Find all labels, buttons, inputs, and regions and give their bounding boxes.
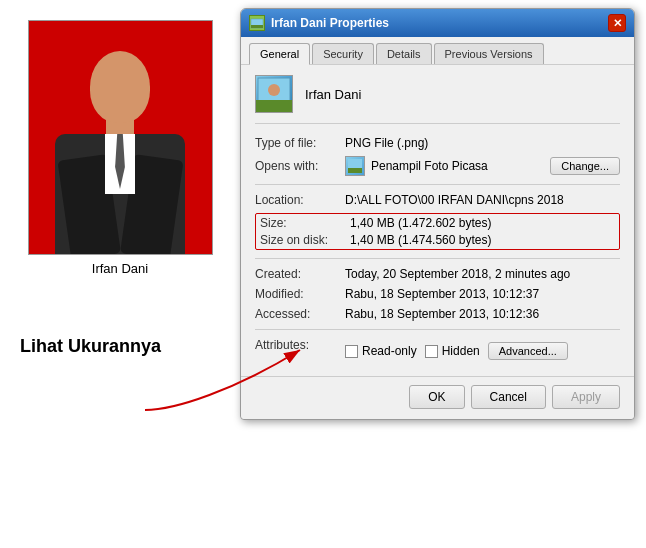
created-row: Created: Today, 20 September 2018, 2 min… — [255, 267, 620, 281]
hidden-label: Hidden — [442, 344, 480, 358]
created-value: Today, 20 September 2018, 2 minutes ago — [345, 267, 620, 281]
modified-row: Modified: Rabu, 18 September 2013, 10:12… — [255, 287, 620, 301]
tab-security[interactable]: Security — [312, 43, 374, 64]
separator-2 — [255, 258, 620, 259]
svg-rect-4 — [258, 100, 290, 110]
location-label: Location: — [255, 193, 345, 207]
person-head — [90, 51, 150, 123]
tab-general[interactable]: General — [249, 43, 310, 65]
svg-rect-7 — [348, 168, 362, 173]
advanced-button[interactable]: Advanced... — [488, 342, 568, 360]
tabs-row: General Security Details Previous Versio… — [241, 37, 634, 65]
dialog-title-icon — [249, 15, 265, 31]
ok-button[interactable]: OK — [409, 385, 464, 409]
type-row: Type of file: PNG File (.png) — [255, 136, 620, 150]
tab-previous-versions[interactable]: Previous Versions — [434, 43, 544, 64]
opens-value-area: Penampil Foto Picasa Change... — [345, 156, 620, 176]
file-header: Irfan Dani — [255, 75, 620, 124]
size-row: Size: 1,40 MB (1.472.602 bytes) — [256, 216, 619, 230]
attrs-controls: Read-only Hidden Advanced... — [345, 342, 568, 360]
separator-1 — [255, 184, 620, 185]
type-label: Type of file: — [255, 136, 345, 150]
photo-area: Irfan Dani Lihat Ukurannya — [10, 20, 230, 357]
tab-details[interactable]: Details — [376, 43, 432, 64]
created-label: Created: — [255, 267, 345, 281]
readonly-label: Read-only — [362, 344, 417, 358]
modified-value: Rabu, 18 September 2013, 10:12:37 — [345, 287, 620, 301]
accessed-row: Accessed: Rabu, 18 September 2013, 10:12… — [255, 307, 620, 321]
size-highlight-box: Size: 1,40 MB (1.472.602 bytes) Size on … — [255, 213, 620, 250]
size-label: Size: — [260, 216, 350, 230]
app-name: Penampil Foto Picasa — [371, 159, 488, 173]
cancel-button[interactable]: Cancel — [471, 385, 546, 409]
hidden-checkbox-item: Hidden — [425, 344, 480, 358]
svg-rect-2 — [251, 25, 263, 28]
dialog-title-text: Irfan Dani Properties — [271, 16, 389, 30]
svg-point-5 — [268, 84, 280, 96]
location-row: Location: D:\ALL FOTO\00 IRFAN DANI\cpns… — [255, 193, 620, 207]
change-button[interactable]: Change... — [550, 157, 620, 175]
location-value: D:\ALL FOTO\00 IRFAN DANI\cpns 2018 — [345, 193, 620, 207]
size-disk-label: Size on disk: — [260, 233, 350, 247]
opens-label: Opens with: — [255, 159, 345, 173]
photo-frame — [28, 20, 213, 255]
dialog-close-button[interactable]: ✕ — [608, 14, 626, 32]
hidden-checkbox[interactable] — [425, 345, 438, 358]
app-icon — [345, 156, 365, 176]
arrow-svg — [135, 330, 315, 420]
type-value: PNG File (.png) — [345, 136, 620, 150]
size-disk-value: 1,40 MB (1.474.560 bytes) — [350, 233, 615, 247]
size-value: 1,40 MB (1.472.602 bytes) — [350, 216, 615, 230]
person-silhouette — [29, 21, 212, 254]
file-icon — [255, 75, 293, 113]
accessed-label: Accessed: — [255, 307, 345, 321]
readonly-checkbox-item: Read-only — [345, 344, 417, 358]
photo-caption: Irfan Dani — [92, 261, 148, 276]
size-disk-row: Size on disk: 1,40 MB (1.474.560 bytes) — [256, 233, 619, 247]
modified-label: Modified: — [255, 287, 345, 301]
accessed-value: Rabu, 18 September 2013, 10:12:36 — [345, 307, 620, 321]
readonly-checkbox[interactable] — [345, 345, 358, 358]
dialog-titlebar: Irfan Dani Properties ✕ — [241, 9, 634, 37]
dialog-title-left: Irfan Dani Properties — [249, 15, 389, 31]
apply-button[interactable]: Apply — [552, 385, 620, 409]
file-name-text: Irfan Dani — [305, 87, 361, 102]
arrow-container — [135, 330, 315, 423]
opens-with-row: Opens with: Penampil Foto Picasa Change.… — [255, 156, 620, 176]
